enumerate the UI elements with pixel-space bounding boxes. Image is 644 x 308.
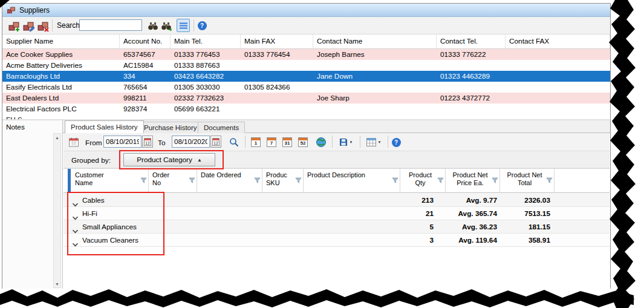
preset-last-month-button[interactable]: 31 <box>280 135 294 149</box>
tab-documents[interactable]: Documents <box>198 122 245 133</box>
supplier-row[interactable]: Acme Battery Deliveries AC15984 01333 88… <box>2 60 610 71</box>
supplier-row[interactable]: Electrical Factors PLC 928374 05699 6632… <box>2 103 610 114</box>
column-header-date-ordered[interactable]: Date Ordered <box>197 169 262 193</box>
filter-funnel-icon[interactable] <box>295 177 302 185</box>
toolbar-separator <box>388 136 388 148</box>
edit-supplier-button[interactable] <box>22 19 35 33</box>
column-header-product-net-total[interactable]: Product Net Total <box>500 169 555 193</box>
to-date-picker-button[interactable]: 12 <box>210 136 221 148</box>
supplier-row-selected[interactable]: Barracloughs Ltd 334 03423 6643282 Jane … <box>2 71 610 82</box>
to-date-input[interactable] <box>172 136 210 148</box>
group-row[interactable]: Cables 213 Avg. 9.77 2326.03 <box>63 194 610 207</box>
cell-contact-fax <box>506 49 610 60</box>
column-header-contact-name[interactable]: Contact Name <box>313 34 437 48</box>
scroll-up-icon[interactable]: ▲ <box>54 134 60 141</box>
group-name: Vacuum Cleaners <box>82 234 138 247</box>
help-icon: ? <box>198 21 207 30</box>
toolbar-separator <box>360 136 360 148</box>
tab-purchase-history[interactable]: Purchase History <box>138 122 203 133</box>
group-name: Hi-Fi <box>82 207 97 220</box>
preset-last-week-button[interactable]: 7 <box>264 135 279 149</box>
column-header-main-tel[interactable]: Main Tel. <box>171 34 241 48</box>
row-indicator-strip <box>68 169 71 193</box>
cell-contact-name: Joe Sharp <box>313 93 437 103</box>
group-net-price-avg: Avg. 36.23 <box>447 220 497 234</box>
from-date-picker-button[interactable]: 12 <box>142 136 153 148</box>
notes-scrollbar[interactable]: ▲ ▼ <box>53 133 61 288</box>
filter-funnel-icon[interactable] <box>437 177 444 185</box>
group-name: Cables <box>82 194 105 207</box>
grouped-by-label: Grouped by: <box>71 156 111 165</box>
find-next-button[interactable] <box>160 19 173 33</box>
column-header-order-no[interactable]: Order No <box>149 169 197 193</box>
window-title: Suppliers <box>19 6 50 15</box>
help-button[interactable]: ? <box>197 21 207 30</box>
filter-funnel-icon[interactable] <box>140 177 147 185</box>
preset-last-day-button[interactable]: 1 <box>249 135 263 149</box>
toolbar-separator <box>52 19 53 31</box>
from-date-input[interactable] <box>103 136 141 148</box>
cell-main-fax <box>241 93 313 103</box>
tab-product-sales-history[interactable]: Product Sales History <box>65 120 144 133</box>
group-row[interactable]: Hi-Fi 21 Avg. 365.74 7513.15 <box>63 207 610 220</box>
cell-supplier-name: Barracloughs Ltd <box>2 71 120 82</box>
add-supplier-button[interactable] <box>7 19 21 33</box>
column-header-contact-fax[interactable]: Contact FAX <box>506 34 610 48</box>
suppliers-table-header: Supplier Name Account No. Main Tel. Main… <box>2 34 610 49</box>
save-export-button[interactable]: ▼ <box>336 135 356 149</box>
delete-supplier-button[interactable] <box>36 19 50 33</box>
cell-contact-fax <box>506 82 610 93</box>
column-header-customer-name[interactable]: Customer Name <box>71 169 149 193</box>
cell-supplier-name: FH S <box>2 114 120 119</box>
column-header-product-description[interactable]: Product Description <box>304 169 400 193</box>
filter-funnel-icon[interactable] <box>546 177 553 185</box>
torn-edge-right <box>608 0 644 308</box>
preset-last-year-button[interactable]: 52 <box>296 135 310 149</box>
title-bar: Suppliers <box>2 4 610 17</box>
torn-edge-bottom <box>0 287 644 308</box>
column-header-main-fax[interactable]: Main FAX <box>241 34 313 48</box>
filter-funnel-icon[interactable] <box>189 177 195 185</box>
group-row[interactable]: Vacuum Cleaners 3 Avg. 119.64 358.91 <box>63 234 610 247</box>
supplier-row[interactable]: Ace Cooker Supplies 65374567 01333 77645… <box>2 49 610 60</box>
supplier-row[interactable]: FH S <box>2 114 610 119</box>
floppy-save-icon <box>339 138 348 146</box>
column-header-product-qty[interactable]: Product Qty <box>400 169 446 193</box>
cell-main-tel: 05699 663221 <box>171 103 241 114</box>
column-header-product-sku[interactable]: Produc SKU <box>262 169 304 193</box>
column-header-supplier-name[interactable]: Supplier Name <box>2 34 120 48</box>
column-chooser-button[interactable]: ▼ <box>363 135 384 149</box>
binoculars-icon <box>148 21 158 31</box>
cell-main-tel: 01333 776453 <box>171 49 241 60</box>
cell-contact-name: Jane Down <box>313 71 437 82</box>
sales-table-header: Customer Name Order No Date Ordered Prod… <box>63 168 610 193</box>
filter-funnel-icon[interactable] <box>392 177 398 185</box>
group-row[interactable]: Small Appliances 5 Avg. 36.23 181.15 <box>63 220 610 234</box>
supplier-row[interactable]: East Dealers Ltd 998211 02332 7732623 Jo… <box>2 93 610 103</box>
find-button[interactable] <box>146 19 160 33</box>
toolbar-separator <box>245 136 246 148</box>
filter-funnel-icon[interactable] <box>492 177 498 185</box>
list-view-toggle-button[interactable] <box>177 19 190 32</box>
column-header-product-net-price[interactable]: Product Net Price Ea. <box>446 169 500 193</box>
cell-main-tel: 01305 303030 <box>171 82 241 93</box>
cell-main-tel: 01333 887663 <box>171 60 241 71</box>
filter-funnel-icon[interactable] <box>254 177 261 185</box>
screenshot-root: Suppliers Search <box>0 0 644 308</box>
help-button[interactable]: ? <box>391 137 401 147</box>
cell-contact-tel: 01223 4372772 <box>437 93 506 103</box>
grouping-bar: Grouped by: Product Category ▲ <box>63 151 610 168</box>
chevron-down-icon[interactable] <box>72 238 79 249</box>
calendar-button[interactable] <box>67 135 81 149</box>
magnifier-icon <box>229 137 239 147</box>
column-header-account-no[interactable]: Account No. <box>120 34 171 48</box>
web-report-button[interactable] <box>314 135 328 149</box>
cell-contact-name <box>313 60 437 71</box>
help-icon: ? <box>392 138 401 147</box>
search-input[interactable] <box>79 19 142 31</box>
group-net-price-avg: Avg. 119.64 <box>447 234 497 247</box>
run-search-button[interactable] <box>227 135 241 149</box>
column-header-contact-tel[interactable]: Contact Tel. <box>437 34 506 48</box>
grouped-by-button[interactable]: Product Category ▲ <box>123 153 215 166</box>
supplier-row[interactable]: Easify Electricals Ltd 765654 01305 3030… <box>2 82 610 93</box>
